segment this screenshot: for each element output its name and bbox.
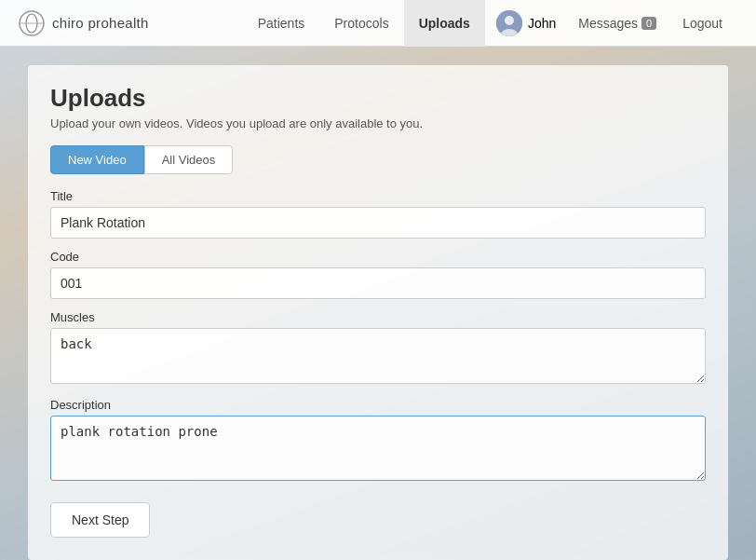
avatar — [496, 10, 522, 36]
brand: chiro prohealth — [19, 10, 149, 36]
nav-links: Patients Protocols Uploads John Messages… — [243, 0, 737, 47]
messages-label: Messages — [578, 16, 638, 31]
title-label: Title — [50, 189, 706, 203]
code-label: Code — [50, 250, 706, 264]
title-input[interactable] — [50, 207, 706, 239]
title-group: Title — [50, 189, 706, 239]
content-card: Uploads Upload your own videos. Videos y… — [28, 65, 728, 560]
brand-name: chiro prohealth — [52, 15, 149, 31]
avatar-image — [496, 10, 522, 36]
tab-all-videos[interactable]: All Videos — [144, 145, 234, 174]
svg-point-4 — [505, 16, 514, 25]
nav-logout[interactable]: Logout — [668, 0, 737, 47]
messages-count: 0 — [641, 17, 656, 30]
muscles-textarea[interactable]: back — [50, 328, 706, 384]
messages-link[interactable]: Messages 0 — [567, 0, 668, 47]
description-group: Description plank rotation prone — [50, 398, 706, 484]
page-title: Uploads — [50, 84, 706, 113]
code-input[interactable] — [50, 267, 706, 299]
muscles-label: Muscles — [50, 310, 706, 324]
nav-uploads[interactable]: Uploads — [404, 0, 485, 47]
user-name: John — [528, 16, 556, 31]
nav-user[interactable]: John — [485, 0, 567, 47]
page-subtitle: Upload your own videos. Videos you uploa… — [50, 116, 706, 130]
tab-new-video[interactable]: New Video — [50, 145, 144, 174]
brand-icon — [19, 10, 45, 36]
description-label: Description — [50, 398, 706, 412]
upload-form: Title Code Muscles back Description plan… — [50, 189, 706, 538]
nav-patients[interactable]: Patients — [243, 0, 320, 47]
main-content: Uploads Upload your own videos. Videos y… — [0, 47, 756, 560]
next-step-button[interactable]: Next Step — [50, 502, 150, 538]
description-textarea[interactable]: plank rotation prone — [50, 416, 706, 481]
muscles-group: Muscles back — [50, 310, 706, 387]
tabs: New Video All Videos — [50, 145, 706, 174]
navbar: chiro prohealth Patients Protocols Uploa… — [0, 0, 756, 47]
nav-protocols[interactable]: Protocols — [319, 0, 403, 47]
code-group: Code — [50, 250, 706, 299]
